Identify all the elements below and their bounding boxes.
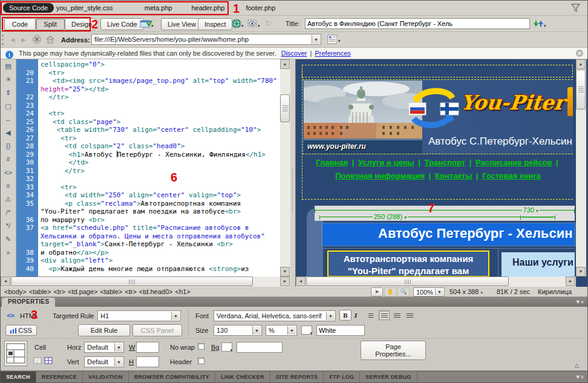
pane-splitter[interactable] (290, 59, 295, 287)
balance-braces-icon[interactable]: {} (2, 140, 15, 152)
site-header-banner[interactable]: You-Piter Автобус С.Петербург-Хельсинки … (302, 79, 573, 154)
results-tab-reference[interactable]: REFERENCE (36, 372, 83, 383)
magnification-combo[interactable]: 100%▼ (413, 287, 445, 296)
open-documents-icon[interactable]: ▤ (2, 60, 15, 73)
nav-link[interactable]: Услуги и цены (358, 158, 414, 167)
format-source-code-icon[interactable]: ✎ (2, 233, 15, 246)
select-tool-icon[interactable]: ➤ (371, 287, 383, 296)
remove-comment-icon[interactable]: */ (2, 220, 15, 232)
code-line[interactable]: 24 <tr> (16, 110, 280, 118)
reclama-cell[interactable]: Автотранспортная компания "You-Piter" пр… (327, 250, 489, 277)
align-justify-button[interactable] (404, 310, 415, 320)
code-line[interactable]: 35 <p class="reclama">Автотранспортная к… (16, 200, 280, 208)
tag-selector-item[interactable]: <table> (29, 288, 51, 295)
code-line[interactable]: 30 </td> (16, 159, 280, 167)
services-cell[interactable]: Наши услуги (501, 252, 575, 277)
page-heading-cell[interactable]: Автобус Петербург - Хельсин (322, 223, 575, 246)
bold-button[interactable]: B (339, 310, 351, 321)
related-file-footer.php[interactable]: footer.php (246, 4, 275, 11)
scroll-left-icon[interactable]: ◄ (1, 277, 10, 286)
code-line[interactable]: height="25"></td> (16, 85, 280, 94)
code-line[interactable]: 28 <td colspan="2" class="head0"> (16, 142, 280, 151)
nav-link[interactable]: Транспорт (425, 158, 466, 167)
split-cell-icon[interactable] (44, 357, 53, 365)
tag-selector-item[interactable]: <body> (4, 288, 27, 295)
forward-icon[interactable]: ► (20, 36, 27, 44)
properties-tab[interactable]: PROPERTIES (2, 298, 55, 307)
results-tab-ftp-log[interactable]: FTP LOG (324, 372, 360, 383)
align-left-button[interactable] (366, 310, 377, 320)
w3c-validation-icon[interactable]: ▾ (140, 19, 154, 30)
code-line[interactable]: 40 <p>Каждый день многие люди отправляют… (16, 265, 280, 273)
code-line[interactable]: 31 </tr> (16, 167, 280, 175)
code-hscrollbar[interactable]: ◄ ► (1, 277, 290, 287)
code-line[interactable]: 25 <td class="page"> (16, 118, 280, 126)
text-color-input[interactable] (316, 325, 365, 336)
results-tab-link-checker[interactable]: LINK CHECKER (215, 372, 270, 383)
highlight-invalid-code-icon[interactable]: <> (2, 166, 15, 179)
filter-icon[interactable] (571, 4, 580, 12)
tag-path[interactable]: <body><table><tr><td.page><table><tr><td… (2, 288, 191, 295)
discover-link[interactable]: Discover (281, 50, 307, 57)
select-parent-tag-icon[interactable]: ◀ (2, 126, 15, 139)
code-line[interactable]: 23 (16, 102, 280, 110)
tag-selector-item[interactable]: <td.head0> (139, 288, 173, 295)
align-right-button[interactable] (391, 310, 402, 320)
collapse-full-tag-icon[interactable]: ⇕ (2, 87, 15, 99)
size-combo[interactable]: 130▼ (214, 325, 262, 336)
inspect-button[interactable]: Inspect (198, 18, 232, 30)
edit-rule-button[interactable]: Edit Rule (78, 324, 130, 336)
bg-color-input[interactable] (237, 342, 283, 353)
tag-selector-item[interactable]: <h1> (175, 288, 191, 295)
tag-selector-item[interactable]: <td.page> (68, 288, 98, 295)
address-input[interactable]: file:///E|/WebServers/home/you-piter/www… (91, 34, 321, 45)
table-width-bar[interactable]: 730 ▾ 250 (288) ▾ (315, 206, 575, 221)
text-color-swatch[interactable] (301, 326, 312, 335)
font-combo[interactable]: Verdana, Arial, Helvetica, sans-serif▼ (214, 310, 336, 321)
code-navigator-icon[interactable]: ✳ (2, 73, 15, 86)
live-view-button[interactable]: Live View (161, 18, 203, 30)
page-properties-button[interactable]: Page Properties... (361, 341, 426, 360)
vert-combo[interactable]: Default▼ (84, 356, 124, 367)
code-line[interactable]: 33 <tr> (16, 183, 280, 192)
results-tab-server-debug[interactable]: SERVER DEBUG (360, 372, 417, 383)
tag-selector-item[interactable]: <tr> (125, 288, 137, 295)
preview-in-browser-icon[interactable]: ▾ (232, 19, 245, 30)
code-line[interactable]: 37<a href="schedule.php" title="Расписан… (16, 224, 280, 232)
apply-comment-icon[interactable]: /* (2, 206, 15, 219)
syntax-error-alerts-icon[interactable]: ⚠ (2, 193, 15, 206)
scroll-up-icon[interactable]: ▲ (576, 59, 586, 69)
panel-menu-icon[interactable]: ▼≡ (575, 374, 584, 380)
code-line[interactable]: target="_blank">Санкт-Петербург - Хельси… (16, 240, 280, 249)
code-line[interactable]: 21 <td><img src="images/page_top.png" al… (16, 77, 280, 85)
nav-link[interactable]: Главная (316, 158, 348, 167)
table-width-730[interactable]: 730 ▾ (522, 206, 540, 214)
header-checkbox[interactable] (198, 358, 204, 364)
no-wrap-checkbox[interactable] (198, 343, 204, 350)
code-line[interactable]: 22 </tr> (16, 93, 280, 102)
design-top-row[interactable] (302, 65, 573, 77)
file-management-icon[interactable]: ▾ (533, 19, 547, 30)
refresh-icon[interactable]: ↻ (265, 19, 272, 28)
scroll-down-icon[interactable]: ▼ (576, 267, 586, 277)
results-tab-search[interactable]: SEARCH (1, 372, 36, 383)
tag-selector-item[interactable]: <tr> (53, 288, 65, 295)
code-line[interactable]: 27 <tr> (16, 134, 280, 143)
size-unit-combo[interactable]: %▼ (266, 325, 297, 336)
line-numbers-icon[interactable]: # (2, 153, 15, 166)
cell-height-input[interactable] (136, 356, 159, 367)
expand-all-icon[interactable]: ↔ (2, 113, 15, 126)
code-line[interactable]: 29 <h1>Автобус Петербург - Хельсинки, Фи… (16, 151, 280, 159)
scroll-up-icon[interactable]: ▲ (280, 59, 290, 69)
code-view-pane[interactable]: cellspacing="0">20 <tr>21 <td><img src="… (1, 59, 290, 287)
merge-cells-icon[interactable] (33, 357, 42, 365)
visual-aids-icon[interactable]: ▾ (247, 19, 262, 30)
code-line[interactable]: 38и обратно</a></p> (16, 249, 280, 257)
code-line[interactable]: 32 (16, 175, 280, 183)
code-lines[interactable]: cellspacing="0">20 <tr>21 <td><img src="… (16, 61, 280, 273)
preferences-link[interactable]: Preferences (315, 50, 350, 57)
code-line[interactable]: 36по маршруту <br> (16, 216, 280, 224)
panel-menu-icon[interactable]: ▼≡ (575, 299, 584, 305)
live-code-button[interactable]: Live Code (100, 18, 144, 30)
back-icon[interactable]: ◄ (9, 36, 16, 44)
